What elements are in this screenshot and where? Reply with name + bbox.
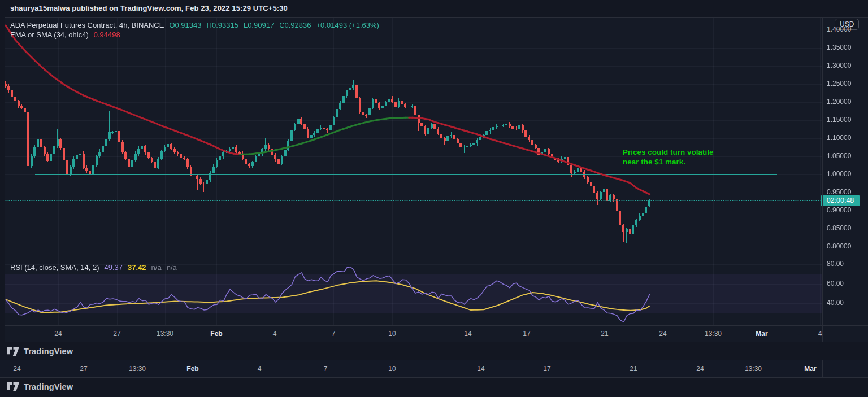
chart-annotation[interactable]: Prices could turn volatile near the $1 m… [623, 147, 714, 167]
price-axis-label: 1.15000 [827, 116, 851, 124]
time-axis-label: 14 [464, 325, 471, 342]
ema-indicator-label[interactable]: EMA or SMA (34, ohlc4) [10, 30, 89, 39]
time-axis-label: 4 [818, 325, 822, 342]
rsi-indicator-label[interactable]: RSI (14, close, SMA, 14, 2) [10, 263, 99, 272]
pane-separator[interactable] [5, 259, 868, 259]
time-axis-label: 7 [332, 325, 336, 342]
price-axis-label: 0.85000 [827, 224, 851, 232]
symbol-title[interactable]: ADA Perpetual Futures Contract, 4h, BINA… [10, 21, 164, 29]
time-axis-label: 27 [113, 325, 120, 342]
price-axis-label: 1.25000 [827, 80, 851, 88]
publish-text: shaurya15malwa published on TradingView.… [10, 4, 288, 12]
ohlc-low: L0.90917 [244, 21, 274, 29]
price-axis-label: 0.95000 [827, 188, 851, 196]
time-axis-label: 24 [54, 325, 62, 342]
price-axis-label: 1.05000 [827, 152, 851, 160]
tradingview-attribution-1[interactable]: TradingView [7, 345, 73, 357]
tradingview-logo-text: TradingView [24, 347, 73, 356]
bar-countdown-badge: 02:00:48 [821, 195, 860, 206]
secondary-time-axis-label: Feb [186, 360, 198, 377]
time-axis-label: 4 [273, 325, 277, 342]
secondary-time-axis-label: Mar [804, 360, 816, 377]
secondary-time-axis-label: 17 [543, 360, 550, 377]
rsi-axis-label: 60.00 [827, 280, 844, 287]
price-axis-label: 1.40000 [827, 25, 851, 33]
time-axis-label: 17 [523, 325, 530, 342]
time-axis-label: 13:30 [157, 325, 173, 342]
ohlc-close: C0.92836 [279, 21, 311, 29]
secondary-time-axis-label: 13:30 [745, 360, 762, 377]
axis-separator [5, 325, 868, 326]
secondary-time-axis-label: 24 [13, 360, 20, 377]
time-axis[interactable]: 242713:30Feb47101417212413:30Mar4 [5, 325, 822, 342]
rsi-na-1: n/a [151, 263, 162, 272]
price-axis-divider [822, 17, 823, 342]
secondary-time-axis-label: 7 [324, 360, 328, 377]
annotation-line-2: near the $1 mark. [623, 157, 714, 167]
rsi-legend: RSI (14, close, SMA, 14, 2) 49.37 37.42 … [10, 263, 177, 272]
tradingview-logo-text: TradingView [24, 382, 73, 391]
time-axis-label: 24 [659, 325, 666, 342]
rsi-na-2: n/a [167, 263, 177, 272]
chart-container[interactable]: ADA Perpetual Futures Contract, 4h, BINA… [5, 17, 868, 342]
rsi-value: 49.37 [105, 263, 123, 272]
price-pane-canvas[interactable] [5, 17, 822, 259]
ohlc-open: O0.91343 [169, 21, 201, 29]
tradingview-logo-icon [7, 347, 20, 356]
tradingview-logo-icon [7, 382, 20, 391]
tradingview-attribution-2[interactable]: TradingView [7, 381, 73, 393]
secondary-time-axis-label: 27 [80, 360, 87, 377]
time-axis-label: Feb [210, 325, 222, 342]
price-axis-label: 0.80000 [827, 242, 851, 250]
price-axis-label: 0.90000 [827, 206, 851, 214]
page: { "publish_bar": {"text": "shaurya15malw… [0, 0, 868, 397]
frame-border-bottom [5, 342, 868, 342]
symbol-legend: ADA Perpetual Futures Contract, 4h, BINA… [10, 21, 379, 40]
price-axis-label: 1.35000 [827, 43, 851, 51]
secondary-time-axis-label: 14 [477, 360, 484, 377]
frame-border-left [5, 17, 5, 342]
price-axis-label: 1.30000 [827, 62, 851, 69]
time-axis-label: 10 [388, 325, 396, 342]
rsi-sma-value: 37.42 [128, 263, 146, 272]
secondary-time-axis-label: 21 [630, 360, 637, 377]
ohlc-high: H0.93315 [207, 21, 238, 29]
secondary-time-axis[interactable]: 242713:30Feb47101417212413:30Mar [0, 360, 868, 378]
time-axis-label: 21 [601, 325, 608, 342]
publish-bar: shaurya15malwa published on TradingView.… [0, 0, 868, 17]
annotation-line-1: Prices could turn volatile [623, 147, 714, 157]
rsi-axis-label: 80.00 [827, 260, 844, 268]
price-axis-label: 1.20000 [827, 98, 851, 106]
rsi-axis-label: 40.00 [827, 299, 844, 307]
time-axis-label: 13:30 [705, 325, 722, 342]
price-axis-label: 1.00000 [827, 170, 851, 178]
secondary-time-axis-label: 10 [388, 360, 396, 377]
ema-indicator-value: 0.94498 [94, 30, 120, 39]
secondary-time-axis-label: 4 [258, 360, 262, 377]
secondary-time-axis-label: 24 [696, 360, 704, 377]
secondary-time-axis-label: 13:30 [129, 360, 146, 377]
price-axis-label: 1.10000 [827, 134, 851, 142]
time-axis-label: Mar [756, 325, 767, 342]
secondary-axis-divider [822, 360, 823, 377]
frame-border-top [5, 17, 868, 18]
ohlc-change: +0.01493 (+1.63%) [316, 21, 379, 29]
